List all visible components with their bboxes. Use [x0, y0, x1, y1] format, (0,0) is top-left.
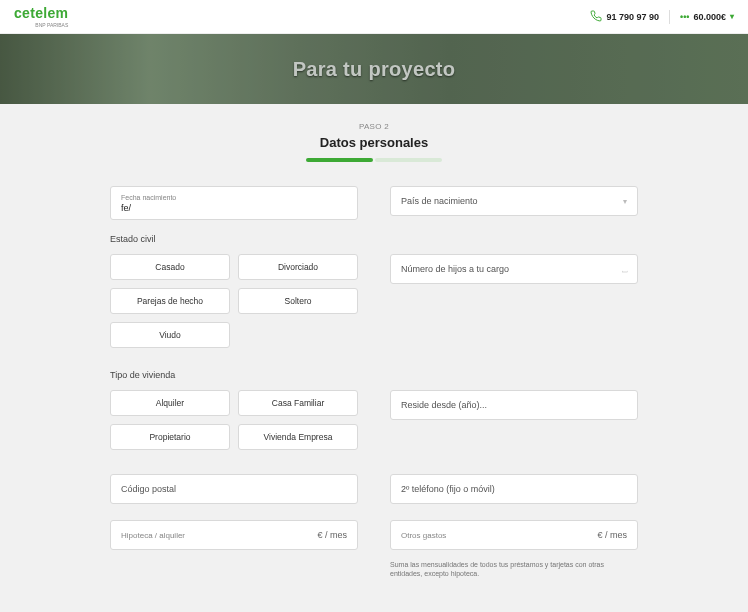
codigo-postal-field[interactable]: Código postal — [110, 474, 358, 504]
hipoteca-label: Hipoteca / alquiler — [121, 531, 185, 540]
chip-divorciado[interactable]: Divorciado — [238, 254, 358, 280]
otros-gastos-suffix: € / mes — [597, 530, 627, 540]
stepper-icon: ⎵ — [622, 264, 627, 274]
chip-soltero[interactable]: Soltero — [238, 288, 358, 314]
pais-nacimiento-select[interactable]: País de nacimiento ▾ — [390, 186, 638, 216]
phone-icon — [590, 10, 602, 24]
reside-desde-field[interactable]: Reside desde (año)... — [390, 390, 638, 420]
estado-civil-options: Casado Divorciado Parejas de hecho Solte… — [110, 254, 358, 348]
chip-alquiler[interactable]: Alquiler — [110, 390, 230, 416]
reside-desde-placeholder: Reside desde (año)... — [401, 400, 487, 410]
logo-block[interactable]: cetelem BNP PARIBAS — [14, 5, 68, 28]
step-title: Datos personales — [0, 135, 748, 150]
hipoteca-suffix: € / mes — [317, 530, 347, 540]
amount-value: 60.000€ — [693, 12, 726, 22]
progress-seg-1 — [306, 158, 373, 162]
chip-vivienda-empresa[interactable]: Vivienda Empresa — [238, 424, 358, 450]
fecha-value: fe/ — [121, 203, 131, 213]
progress-bar — [306, 158, 442, 162]
logo-subtitle: BNP PARIBAS — [14, 22, 68, 28]
form: Fecha nacimiento fe/ País de nacimiento … — [110, 186, 638, 578]
tipo-vivienda-options: Alquiler Casa Familiar Propietario Vivie… — [110, 390, 358, 450]
chevron-down-icon: ▾ — [623, 197, 627, 206]
chip-propietario[interactable]: Propietario — [110, 424, 230, 450]
header-divider — [669, 10, 670, 24]
otros-gastos-label: Otros gastos — [401, 531, 446, 540]
chip-casado[interactable]: Casado — [110, 254, 230, 280]
codigo-postal-placeholder: Código postal — [121, 484, 176, 494]
telefono2-placeholder: 2º teléfono (fijo o móvil) — [401, 484, 495, 494]
numero-hijos-placeholder: Número de hijos a tu cargo — [401, 264, 509, 274]
step-head: PASO 2 Datos personales — [0, 104, 748, 172]
tipo-vivienda-label: Tipo de vivienda — [110, 370, 358, 380]
estado-civil-label: Estado civil — [110, 234, 358, 244]
chip-viudo[interactable]: Viudo — [110, 322, 230, 348]
chip-casa-familiar[interactable]: Casa Familiar — [238, 390, 358, 416]
pais-label: País de nacimiento — [401, 196, 478, 206]
phone-number: 91 790 97 90 — [606, 12, 659, 22]
fecha-nacimiento-field[interactable]: Fecha nacimiento fe/ — [110, 186, 358, 220]
otros-gastos-field[interactable]: Otros gastos € / mes — [390, 520, 638, 550]
spacer — [390, 370, 638, 380]
step-label: PASO 2 — [0, 122, 748, 131]
logo: cetelem — [14, 5, 68, 21]
dots-icon: ••• — [680, 12, 689, 22]
hero-banner: Para tu proyecto — [0, 34, 748, 104]
hero-title: Para tu proyecto — [0, 34, 748, 104]
header: cetelem BNP PARIBAS 91 790 97 90 ••• 60.… — [0, 0, 748, 34]
fecha-label: Fecha nacimiento — [121, 194, 176, 201]
chip-parejas-hecho[interactable]: Parejas de hecho — [110, 288, 230, 314]
phone-link[interactable]: 91 790 97 90 — [590, 10, 659, 24]
hipoteca-field[interactable]: Hipoteca / alquiler € / mes — [110, 520, 358, 550]
numero-hijos-field[interactable]: Número de hijos a tu cargo ⎵ — [390, 254, 638, 284]
chevron-down-icon: ▾ — [730, 12, 734, 21]
progress-seg-2 — [375, 158, 442, 162]
telefono2-field[interactable]: 2º teléfono (fijo o móvil) — [390, 474, 638, 504]
gastos-helper-text: Suma las mensualidades de todos tus prés… — [390, 560, 638, 578]
header-right: 91 790 97 90 ••• 60.000€ ▾ — [590, 10, 734, 24]
spacer — [390, 234, 638, 244]
amount-selector[interactable]: ••• 60.000€ ▾ — [680, 12, 734, 22]
